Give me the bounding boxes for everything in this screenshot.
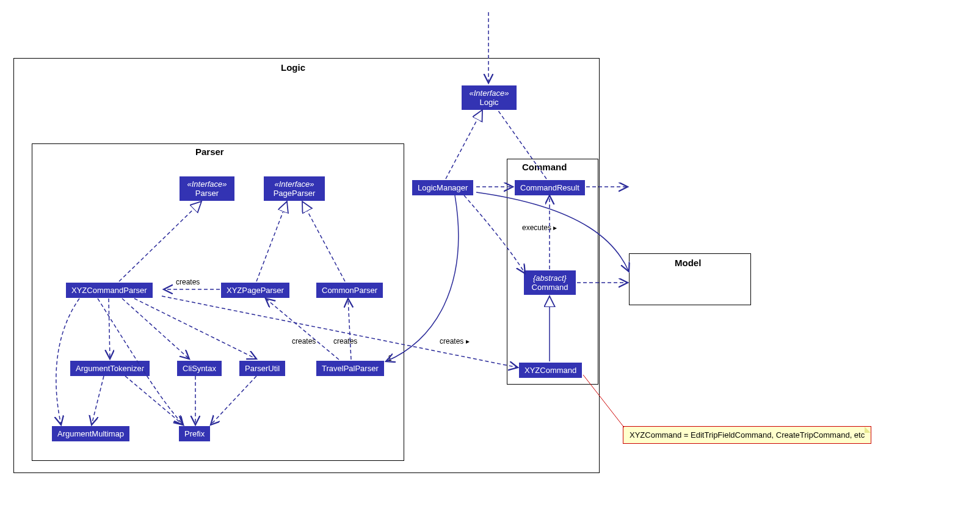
interface-parser-name: Parser <box>195 189 219 198</box>
cli-syntax-label: CliSyntax <box>183 364 216 373</box>
common-parser: CommonParser <box>316 283 383 298</box>
interface-logic: «Interface» Logic <box>462 85 517 110</box>
interface-pageparser-stereo: «Interface» <box>269 179 319 189</box>
interface-pageparser: «Interface» PageParser <box>264 176 325 201</box>
package-logic-label: Logic <box>281 62 305 73</box>
logic-manager: LogicManager <box>412 180 473 195</box>
xyz-page-parser-label: XYZPageParser <box>227 286 284 295</box>
xyz-command-label: XYZCommand <box>524 366 576 375</box>
note-xyzcommand: XYZCommand = EditTripFieldCommand, Creat… <box>623 426 871 444</box>
prefix-label: Prefix <box>184 429 205 438</box>
argument-tokenizer: ArgumentTokenizer <box>70 361 150 376</box>
abstract-command: {abstract} Command <box>524 270 576 295</box>
parser-util-label: ParserUtil <box>245 364 280 373</box>
travelpal-parser-label: TravelPalParser <box>322 364 379 373</box>
xyz-command-parser: XYZCommandParser <box>66 283 153 298</box>
xyz-command-parser-label: XYZCommandParser <box>71 286 147 295</box>
argument-multimap: ArgumentMultimap <box>52 426 129 441</box>
argument-tokenizer-label: ArgumentTokenizer <box>76 364 144 373</box>
label-creates-4: creates ▸ <box>440 337 470 346</box>
common-parser-label: CommonParser <box>322 286 377 295</box>
interface-parser-stereo: «Interface» <box>185 179 229 189</box>
interface-pageparser-name: PageParser <box>274 189 316 198</box>
interface-logic-stereo: «Interface» <box>467 89 511 98</box>
prefix: Prefix <box>179 426 210 441</box>
label-one: 1 <box>388 354 392 363</box>
label-creates-1: creates <box>176 278 200 286</box>
interface-parser: «Interface» Parser <box>180 176 234 201</box>
abstract-command-name: Command <box>532 283 568 292</box>
interface-logic-name: Logic <box>479 98 498 107</box>
label-executes: executes ▸ <box>522 223 557 232</box>
package-model-label: Model <box>675 258 701 268</box>
command-result: CommandResult <box>515 180 585 195</box>
argument-multimap-label: ArgumentMultimap <box>57 429 124 438</box>
logic-manager-label: LogicManager <box>418 183 468 192</box>
abstract-command-stereo: {abstract} <box>529 273 570 283</box>
xyz-command: XYZCommand <box>519 363 582 378</box>
label-creates-3: creates <box>333 337 357 346</box>
package-command-label: Command <box>522 162 567 172</box>
command-result-label: CommandResult <box>520 183 579 192</box>
package-parser-label: Parser <box>195 147 224 157</box>
cli-syntax: CliSyntax <box>177 361 222 376</box>
travelpal-parser: TravelPalParser <box>316 361 384 376</box>
xyz-page-parser: XYZPageParser <box>221 283 289 298</box>
note-xyzcommand-text: XYZCommand = EditTripFieldCommand, Creat… <box>630 430 865 440</box>
parser-util: ParserUtil <box>239 361 285 376</box>
label-creates-2: creates <box>292 337 316 346</box>
